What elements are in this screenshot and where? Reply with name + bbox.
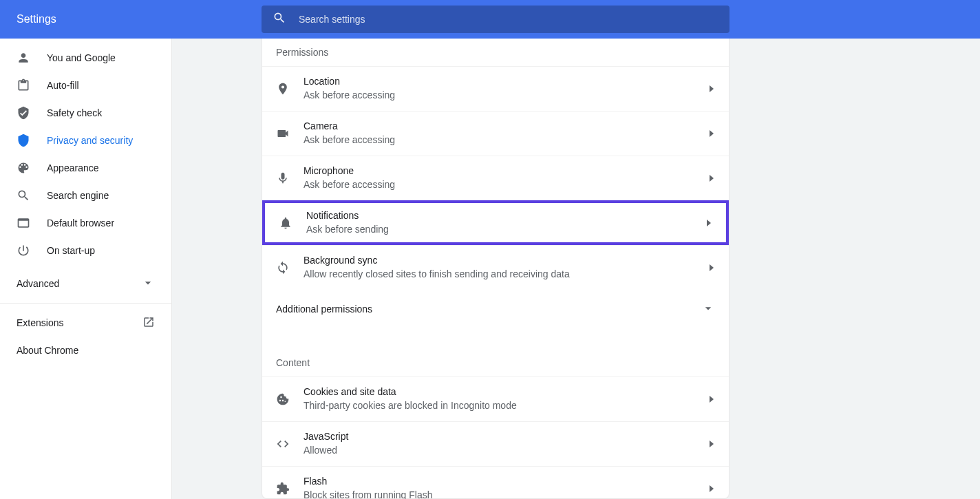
sidebar-advanced-label: Advanced: [17, 278, 59, 289]
perm-title: Flash: [303, 475, 708, 489]
sidebar-item-label: About Chrome: [17, 345, 78, 356]
sidebar-item-safety-check[interactable]: Safety check: [0, 99, 171, 127]
perm-sub: Ask before sending: [306, 223, 705, 237]
location-icon: [276, 82, 290, 96]
perm-text: JavaScript Allowed: [303, 430, 708, 457]
perm-text: Notifications Ask before sending: [306, 209, 705, 236]
sidebar-item-label: Extensions: [17, 317, 63, 328]
sidebar: You and Google Auto-fill Safety check Pr…: [0, 39, 172, 499]
bell-icon: [279, 216, 292, 230]
chevron-right-icon: [708, 85, 715, 92]
content-flash[interactable]: Flash Block sites from running Flash: [262, 466, 729, 499]
permission-notifications[interactable]: Notifications Ask before sending: [262, 200, 729, 245]
perm-sub: Ask before accessing: [303, 134, 708, 147]
sidebar-item-privacy-and-security[interactable]: Privacy and security: [0, 127, 171, 154]
shield-check-icon: [17, 106, 30, 120]
sync-icon: [276, 261, 290, 275]
content-cookies[interactable]: Cookies and site data Third-party cookie…: [262, 376, 729, 421]
sidebar-item-appearance[interactable]: Appearance: [0, 154, 171, 182]
content-javascript[interactable]: JavaScript Allowed: [262, 421, 729, 466]
divider: [0, 303, 171, 304]
sidebar-item-you-and-google[interactable]: You and Google: [0, 44, 171, 72]
sidebar-advanced-toggle[interactable]: Advanced: [0, 270, 171, 297]
permission-background-sync[interactable]: Background sync Allow recently closed si…: [262, 245, 729, 290]
perm-sub: Allowed: [303, 444, 708, 458]
sidebar-item-search-engine[interactable]: Search engine: [0, 182, 171, 209]
chevron-right-icon: [708, 485, 715, 492]
perm-sub: Allow recently closed sites to finish se…: [303, 268, 708, 282]
browser-icon: [17, 216, 30, 230]
perm-title: Location: [303, 75, 708, 89]
chevron-right-icon: [708, 440, 715, 447]
perm-sub: Block sites from running Flash: [303, 489, 708, 499]
perm-text: Camera Ask before accessing: [303, 120, 708, 147]
sidebar-item-label: Search engine: [47, 190, 109, 201]
chevron-right-icon: [708, 264, 715, 271]
perm-text: Microphone Ask before accessing: [303, 164, 708, 191]
chevron-down-icon: [701, 301, 715, 317]
additional-permissions[interactable]: Additional permissions: [262, 290, 729, 328]
palette-icon: [17, 161, 30, 175]
sidebar-item-label: Appearance: [47, 162, 99, 173]
search-icon: [17, 189, 30, 202]
perm-title: Microphone: [303, 164, 708, 178]
perm-text: Location Ask before accessing: [303, 75, 708, 102]
microphone-icon: [276, 171, 290, 185]
sidebar-item-default-browser[interactable]: Default browser: [0, 209, 171, 237]
cookie-icon: [276, 392, 290, 406]
perm-title: Notifications: [306, 209, 705, 223]
perm-sub: Third-party cookies are blocked in Incog…: [303, 399, 708, 413]
open-in-new-icon: [142, 316, 155, 330]
chevron-right-icon: [705, 220, 712, 226]
perm-title: Background sync: [303, 254, 708, 268]
code-icon: [276, 437, 290, 451]
perm-title: JavaScript: [303, 430, 708, 444]
puzzle-icon: [276, 482, 290, 496]
sidebar-item-about-chrome[interactable]: About Chrome: [0, 337, 171, 364]
perm-text: Background sync Allow recently closed si…: [303, 254, 708, 281]
sidebar-item-extensions[interactable]: Extensions: [0, 309, 171, 337]
page-title: Settings: [17, 13, 56, 25]
content-area: Permissions Location Ask before accessin…: [172, 39, 980, 499]
section-title-content: Content: [262, 349, 729, 376]
sidebar-item-auto-fill[interactable]: Auto-fill: [0, 72, 171, 99]
header-bar: Settings: [0, 0, 980, 39]
search-container[interactable]: [262, 6, 729, 33]
permission-microphone[interactable]: Microphone Ask before accessing: [262, 156, 729, 200]
perm-title: Cookies and site data: [303, 385, 708, 399]
perm-sub: Ask before accessing: [303, 89, 708, 103]
settings-panel: Permissions Location Ask before accessin…: [262, 39, 729, 499]
person-icon: [17, 51, 30, 65]
perm-sub: Ask before accessing: [303, 178, 708, 192]
camera-icon: [276, 127, 290, 140]
perm-title: Camera: [303, 120, 708, 134]
clipboard-icon: [17, 78, 30, 92]
chevron-down-icon: [141, 276, 155, 292]
search-input[interactable]: [299, 14, 718, 25]
permission-location[interactable]: Location Ask before accessing: [262, 66, 729, 111]
sidebar-item-label: Safety check: [47, 107, 102, 118]
search-icon: [273, 11, 286, 28]
perm-text: Flash Block sites from running Flash: [303, 475, 708, 499]
chevron-right-icon: [708, 396, 715, 403]
additional-permissions-label: Additional permissions: [276, 304, 372, 315]
chevron-right-icon: [708, 175, 715, 182]
sidebar-item-on-start-up[interactable]: On start-up: [0, 237, 171, 264]
sidebar-item-label: Auto-fill: [47, 80, 79, 91]
shield-icon: [17, 134, 30, 147]
perm-text: Cookies and site data Third-party cookie…: [303, 385, 708, 412]
sidebar-item-label: Default browser: [47, 217, 114, 229]
permission-camera[interactable]: Camera Ask before accessing: [262, 111, 729, 156]
power-icon: [17, 244, 30, 257]
sidebar-item-label: You and Google: [47, 52, 116, 63]
chevron-right-icon: [708, 130, 715, 137]
sidebar-item-label: On start-up: [47, 245, 95, 256]
section-title-permissions: Permissions: [262, 39, 729, 66]
sidebar-item-label: Privacy and security: [47, 135, 133, 146]
